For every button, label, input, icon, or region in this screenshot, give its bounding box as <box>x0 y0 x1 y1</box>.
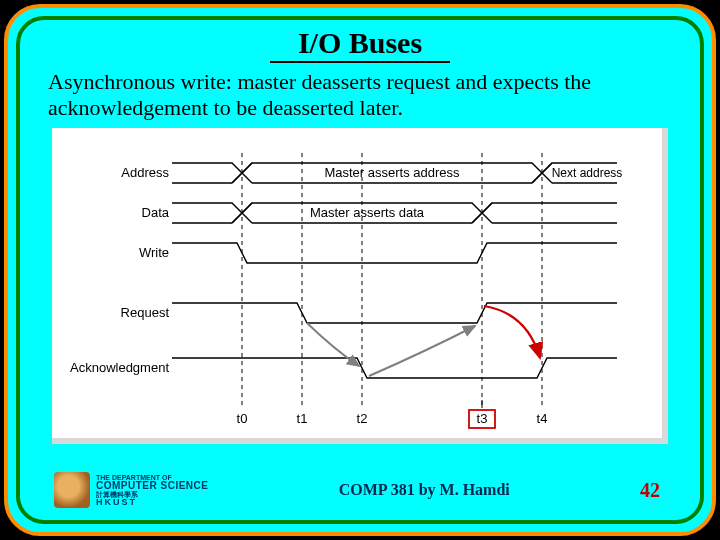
logo-icon <box>54 472 90 508</box>
slide-description: Asynchronous write: master deasserts req… <box>48 69 672 122</box>
dept-logo: THE DEPARTMENT OF COMPUTER SCIENCE 計算機科學… <box>54 472 208 508</box>
arrow-red-req-to-ack-deassert <box>484 306 540 358</box>
arrow-req-to-ack <box>307 323 359 366</box>
signal-label-ack: Acknowledgment <box>70 360 169 375</box>
tick-t1: t1 <box>297 411 308 426</box>
timing-diagram: Address Master asserts address Next addr… <box>52 128 662 438</box>
tick-t4: t4 <box>537 411 548 426</box>
annot-master-asserts-address: Master asserts address <box>324 165 460 180</box>
course-footer: COMP 381 by M. Hamdi <box>208 481 640 499</box>
signal-label-data: Data <box>142 205 170 220</box>
signal-label-write: Write <box>139 245 169 260</box>
signal-label-address: Address <box>121 165 169 180</box>
slide-title: I/O Buses <box>270 26 450 63</box>
page-number: 42 <box>640 479 660 502</box>
tick-t2: t2 <box>357 411 368 426</box>
slide-footer: THE DEPARTMENT OF COMPUTER SCIENCE 計算機科學… <box>20 472 700 508</box>
tick-t0: t0 <box>237 411 248 426</box>
annot-master-asserts-data: Master asserts data <box>310 205 425 220</box>
annot-next-address: Next address <box>552 166 623 180</box>
signal-label-request: Request <box>121 305 170 320</box>
dept-hk: HKUST <box>96 498 208 507</box>
dept-cs: COMPUTER SCIENCE <box>96 481 208 491</box>
tick-t3: t3 <box>477 411 488 426</box>
timing-diagram-shadow: Address Master asserts address Next addr… <box>52 128 668 444</box>
arrow-ack-to-req-deassert <box>369 326 475 376</box>
